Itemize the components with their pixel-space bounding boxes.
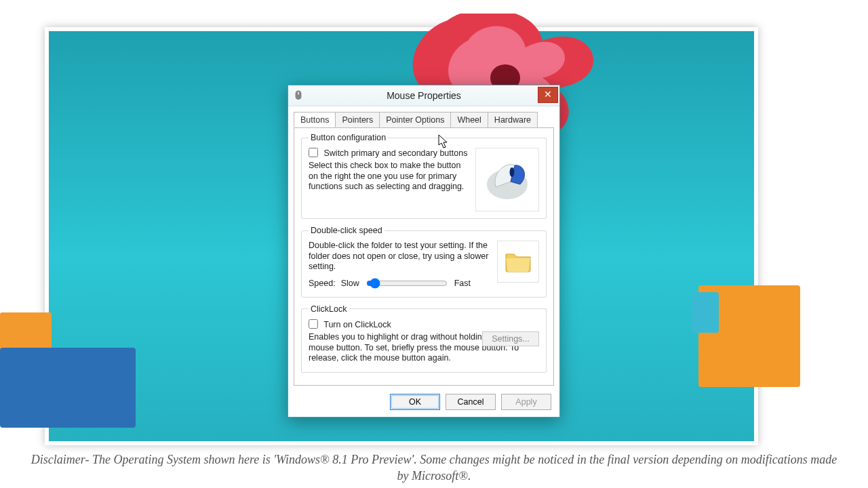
close-button[interactable]: ✕ [538,87,558,103]
switch-buttons-description: Select this check box to make the button… [309,161,470,192]
disclaimer-text: Disclaimer- The Operating System shown h… [0,452,868,484]
mouse-properties-window: Mouse Properties ✕ Buttons Pointers Poin… [288,85,560,418]
clicklock-label[interactable]: Turn on ClickLock [309,320,391,329]
titlebar[interactable]: Mouse Properties ✕ [288,85,559,106]
svg-point-2 [510,167,515,177]
speed-label: Speed: [309,279,336,288]
speed-fast: Fast [454,279,471,288]
switch-buttons-label[interactable]: Switch primary and secondary buttons [309,148,467,158]
ok-button[interactable]: OK [390,394,440,410]
window-title: Mouse Properties [288,90,559,101]
tab-pointer-options[interactable]: Pointer Options [379,112,451,127]
tab-wheel[interactable]: Wheel [450,112,488,127]
group-legend: Button configuration [309,133,388,142]
speed-slow: Slow [341,279,359,288]
clicklock-text: Turn on ClickLock [323,320,391,329]
group-button-configuration: Button configuration Switch primary and … [301,133,547,219]
desktop-wallpaper: Mouse Properties ✕ Buttons Pointers Poin… [45,27,758,445]
cancel-button[interactable]: Cancel [446,394,496,410]
group-legend: Double-click speed [309,226,384,235]
group-legend: ClickLock [309,304,349,314]
dialog-buttons: OK Cancel Apply [390,394,551,410]
group-clicklock: ClickLock Turn on ClickLock Settings... … [301,304,547,373]
tab-pointers[interactable]: Pointers [335,112,380,127]
clicklock-settings-button: Settings... [482,331,539,346]
group-double-click: Double-click speed Double-click the fold… [301,226,547,298]
tab-strip: Buttons Pointers Pointer Options Wheel H… [294,112,554,128]
switch-buttons-checkbox[interactable] [309,148,318,157]
double-click-description: Double-click the folder to test your set… [309,241,490,272]
switch-buttons-text: Switch primary and secondary buttons [323,148,467,158]
tab-hardware[interactable]: Hardware [488,112,538,127]
tab-buttons[interactable]: Buttons [294,112,336,127]
speed-slider[interactable] [366,278,448,289]
tab-panel-buttons: Button configuration Switch primary and … [294,127,554,386]
apply-button: Apply [501,394,551,410]
clicklock-checkbox[interactable] [309,319,318,329]
test-folder[interactable] [497,241,539,283]
mouse-illustration [475,148,539,211]
